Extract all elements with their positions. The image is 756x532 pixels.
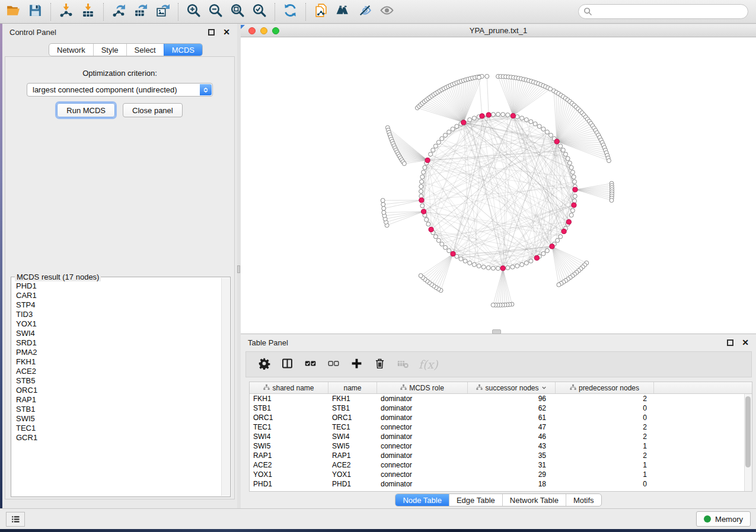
mcds-dominator-node[interactable] <box>425 158 430 162</box>
tab-motifs[interactable]: Motifs <box>566 494 601 506</box>
network-node[interactable] <box>572 199 576 203</box>
network-node[interactable] <box>420 180 424 184</box>
mcds-result-item[interactable]: GCR1 <box>16 433 221 443</box>
column-header-name[interactable]: name <box>328 382 377 393</box>
network-node[interactable] <box>420 204 425 208</box>
table-cell-shared-name[interactable]: ACE2 <box>250 461 328 469</box>
network-node[interactable] <box>524 118 528 122</box>
refresh-layout-button[interactable] <box>279 2 301 21</box>
table-row[interactable]: STB1STB1dominator620 <box>250 403 752 413</box>
mcds-result-item[interactable]: YOX1 <box>16 319 221 329</box>
network-node[interactable] <box>524 261 528 265</box>
table-cell-predecessor-nodes[interactable]: 0 <box>556 480 654 488</box>
mcds-result-item[interactable]: STB1 <box>16 405 221 414</box>
network-node[interactable] <box>520 262 524 267</box>
network-node[interactable] <box>573 194 577 198</box>
table-cell-predecessor-nodes[interactable]: 2 <box>556 395 654 403</box>
table-cell-shared-name[interactable]: FKH1 <box>250 395 328 403</box>
mcds-dominator-node[interactable] <box>421 209 426 214</box>
table-row[interactable]: TEC1TEC1connector472 <box>250 422 752 432</box>
mcds-result-item[interactable]: FKH1 <box>16 357 221 367</box>
network-node[interactable] <box>491 266 495 270</box>
mcds-dominator-node[interactable] <box>554 139 559 144</box>
table-cell-name[interactable]: STB1 <box>328 404 377 412</box>
mcds-result-item[interactable]: ACE2 <box>16 367 221 376</box>
table-scrollbar[interactable] <box>744 394 752 491</box>
table-cell-name[interactable]: ORC1 <box>328 414 377 422</box>
mcds-dominator-node[interactable] <box>500 266 505 271</box>
close-table-panel-icon[interactable]: ✕ <box>742 339 749 346</box>
table-cell-name[interactable]: SWI4 <box>328 432 377 441</box>
tab-node-table[interactable]: Node Table <box>395 494 449 506</box>
network-node[interactable] <box>541 127 546 131</box>
mcds-dominator-node[interactable] <box>451 251 455 256</box>
tab-mcds[interactable]: MCDS <box>164 44 202 56</box>
table-cell-shared-name[interactable]: YOX1 <box>250 470 328 479</box>
network-node[interactable] <box>447 249 451 253</box>
criterion-select[interactable]: largest connected component (undirected) <box>27 83 213 97</box>
table-cell-MCDS-role[interactable]: connector <box>377 461 468 469</box>
network-node[interactable] <box>501 113 505 117</box>
zoom-selected-button[interactable] <box>248 2 270 21</box>
export-image-button[interactable] <box>152 2 174 21</box>
table-cell-successor-nodes[interactable]: 18 <box>468 480 556 488</box>
run-mcds-button[interactable]: Run MCDS <box>57 103 115 117</box>
network-node[interactable] <box>433 235 438 239</box>
network-node[interactable] <box>419 184 423 188</box>
network-node[interactable] <box>548 133 553 137</box>
mcds-result-item[interactable]: PMA2 <box>16 348 221 357</box>
network-node[interactable] <box>569 165 573 169</box>
column-header-shared-name[interactable]: shared name <box>250 382 328 393</box>
network-node[interactable] <box>515 115 519 119</box>
mcds-result-item[interactable]: SRD1 <box>16 338 221 348</box>
network-node[interactable] <box>463 259 467 263</box>
table-cell-shared-name[interactable]: RAP1 <box>250 451 328 460</box>
table-cell-successor-nodes[interactable]: 47 <box>468 423 556 431</box>
mcds-result-item[interactable]: ORC1 <box>16 386 221 395</box>
mcds-result-item[interactable]: SWI4 <box>16 329 221 338</box>
table-cell-predecessor-nodes[interactable]: 2 <box>556 432 654 441</box>
table-cell-MCDS-role[interactable]: dominator <box>377 432 468 441</box>
table-cell-predecessor-nodes[interactable]: 1 <box>556 461 654 469</box>
delete-column-button[interactable] <box>372 357 387 371</box>
mcds-result-item[interactable]: STP4 <box>16 300 221 310</box>
tab-edge-table[interactable]: Edge Table <box>449 494 502 506</box>
add-column-button[interactable] <box>349 357 363 371</box>
float-table-panel-icon[interactable] <box>727 339 733 346</box>
select-all-rows-button[interactable] <box>303 357 317 371</box>
mcds-result-item[interactable]: RAP1 <box>16 395 221 405</box>
table-cell-name[interactable]: FKH1 <box>328 395 377 403</box>
network-node[interactable] <box>545 130 549 134</box>
network-node[interactable] <box>570 209 575 213</box>
table-cell-predecessor-nodes[interactable]: 1 <box>556 442 654 450</box>
mcds-dominator-node[interactable] <box>461 120 466 125</box>
network-node[interactable] <box>381 203 385 207</box>
scrollbar-thumb[interactable] <box>745 396 751 467</box>
network-node[interactable] <box>506 113 510 117</box>
column-header-successor-nodes[interactable]: successor nodes <box>468 382 556 393</box>
table-cell-MCDS-role[interactable]: dominator <box>377 404 468 412</box>
network-node[interactable] <box>419 274 423 278</box>
table-cell-MCDS-role[interactable]: connector <box>377 423 468 431</box>
network-node[interactable] <box>381 198 385 203</box>
table-cell-successor-nodes[interactable]: 46 <box>468 432 556 441</box>
network-node[interactable] <box>559 235 563 239</box>
network-node[interactable] <box>557 283 561 287</box>
search-input[interactable] <box>595 6 748 18</box>
mcds-list-scrollbar[interactable] <box>221 278 229 496</box>
memory-button[interactable]: Memory <box>696 511 751 527</box>
zoom-in-button[interactable] <box>183 2 205 21</box>
close-panel-button[interactable]: Close panel <box>123 103 183 117</box>
table-cell-name[interactable]: TEC1 <box>328 423 377 431</box>
save-session-button[interactable] <box>24 2 46 21</box>
table-cell-successor-nodes[interactable]: 43 <box>468 442 556 450</box>
table-cell-name[interactable]: RAP1 <box>328 451 377 460</box>
zoom-out-button[interactable] <box>205 2 227 21</box>
show-columns-button[interactable] <box>280 357 294 371</box>
network-node[interactable] <box>425 217 429 222</box>
network-node[interactable] <box>567 161 572 165</box>
network-node[interactable] <box>447 130 451 134</box>
show-graphics-details-button[interactable] <box>376 2 398 21</box>
network-node[interactable] <box>496 267 500 271</box>
table-cell-MCDS-role[interactable]: connector <box>377 470 468 479</box>
